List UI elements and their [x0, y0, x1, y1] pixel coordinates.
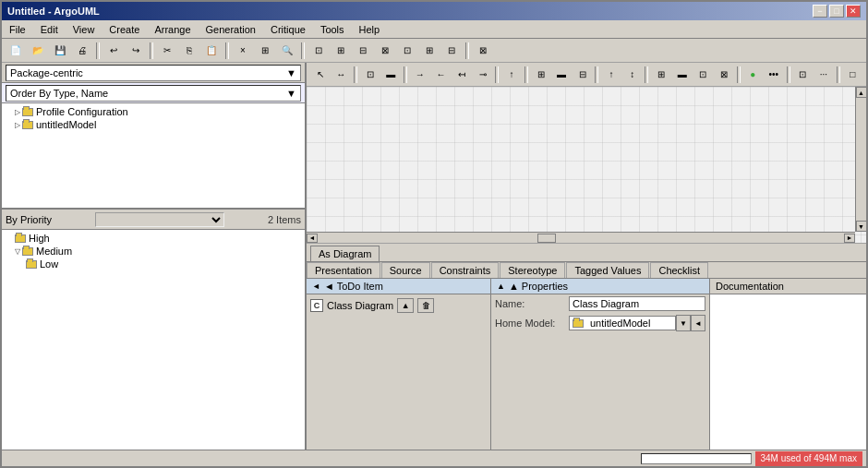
diag-b2[interactable]: ▬	[672, 66, 693, 84]
tab-source[interactable]: Source	[381, 262, 430, 278]
tab-presentation[interactable]: Presentation	[307, 262, 380, 278]
todo-item-high[interactable]: High	[4, 232, 303, 245]
scroll-left-arrow[interactable]: ◄	[307, 234, 318, 243]
class-diag-icon: C	[310, 299, 323, 312]
tb-diag8[interactable]: ⊠	[473, 42, 493, 60]
arr2[interactable]: ←	[431, 66, 452, 84]
rect-tool[interactable]: ⊡	[360, 66, 380, 84]
todo-tree[interactable]: High ▽ Medium Low	[2, 230, 305, 450]
tab-tool[interactable]: ↔	[332, 66, 352, 84]
todo-item-medium[interactable]: ▽ Medium	[4, 245, 303, 258]
diag-b4[interactable]: ⊠	[714, 66, 734, 84]
name-row: Name:	[491, 294, 709, 313]
right-panel: ↖ ↔ ⊡ ▬ → ← ↤ ⊸ ↑ ⊞ ▬ ⊟ ↑ ↕ ⊞	[307, 63, 866, 450]
save-button[interactable]: 💾	[50, 42, 70, 60]
home-model-navigate-btn[interactable]: ◄	[691, 315, 705, 331]
tab-checklist[interactable]: Checklist	[650, 262, 708, 278]
status-bar: 34M used of 494M max	[2, 450, 866, 466]
diag-v2[interactable]: ↕	[622, 66, 643, 84]
tb-diag2[interactable]: ⊞	[331, 42, 351, 60]
documentation-content[interactable]	[710, 294, 866, 450]
model-tree[interactable]: ▷ Profile Configuration ▷ untitledModel	[2, 103, 305, 210]
page-btn[interactable]: ⊡	[793, 66, 814, 84]
tb-diag7[interactable]: ⊟	[441, 42, 462, 60]
dot-btn[interactable]: •••	[764, 66, 784, 84]
tb-diag6[interactable]: ⊞	[419, 42, 440, 60]
tree-item-profile[interactable]: ▷ Profile Configuration	[4, 105, 303, 118]
remove-button[interactable]: ×	[233, 42, 253, 60]
todo-item-low[interactable]: Low	[4, 258, 303, 270]
todo-low-label: Low	[40, 258, 58, 270]
menu-arrange[interactable]: Arrange	[151, 23, 194, 36]
home-model-dropdown-btn[interactable]: ▼	[676, 315, 691, 331]
diag-align1[interactable]: ⊞	[531, 66, 551, 84]
as-diagram-tab[interactable]: As Diagram	[310, 246, 380, 261]
line-tool[interactable]: ▬	[381, 66, 402, 84]
select-tool[interactable]: ↖	[310, 66, 331, 84]
scroll-up-arrow[interactable]: ▲	[856, 87, 867, 98]
diagram-area[interactable]: ▲ ▼ ◄ ►	[307, 87, 866, 244]
square-btn[interactable]: □	[843, 66, 863, 84]
redo-button[interactable]: ↪	[126, 42, 146, 60]
diagram-scrollbar-vertical[interactable]: ▲ ▼	[855, 87, 866, 232]
minimize-button[interactable]: −	[813, 5, 827, 18]
arr1[interactable]: →	[410, 66, 430, 84]
menu-create[interactable]: Create	[105, 23, 143, 36]
sep11	[645, 66, 648, 83]
todo-panel-header: By Priority 2 Items	[2, 210, 305, 230]
scroll-down-arrow[interactable]: ▼	[856, 221, 867, 232]
tb-diag1[interactable]: ⊡	[308, 42, 329, 60]
paste-button[interactable]: 📋	[201, 42, 222, 60]
menu-help[interactable]: Help	[356, 23, 384, 36]
expand-icon2[interactable]: ▷	[15, 121, 20, 129]
arr4[interactable]: ⊸	[473, 66, 493, 84]
open-button[interactable]: 📂	[28, 42, 48, 60]
tab-constraints[interactable]: Constraints	[431, 262, 500, 278]
more-btn[interactable]: ···	[814, 66, 834, 84]
priority-select[interactable]	[95, 212, 224, 227]
maximize-button[interactable]: □	[829, 5, 844, 18]
arr3[interactable]: ↤	[452, 66, 472, 84]
name-label: Name:	[495, 298, 569, 309]
sep6	[354, 66, 357, 83]
copy-button[interactable]: ⎘	[179, 42, 199, 60]
note1[interactable]: ↑	[501, 66, 522, 84]
window-title: Untitled - ArgoUML	[7, 6, 100, 17]
color-btn[interactable]: ●	[743, 66, 764, 84]
cd-up-btn[interactable]: ▲	[397, 298, 414, 313]
package-centric-dropdown[interactable]: Package-centric ▼	[6, 65, 301, 81]
menu-view[interactable]: View	[69, 23, 99, 36]
tb-diag3[interactable]: ⊟	[353, 42, 373, 60]
properties-button[interactable]: ⊞	[255, 42, 275, 60]
cd-delete-btn[interactable]: 🗑	[417, 298, 434, 313]
tab-stereotype[interactable]: Stereotype	[500, 262, 565, 278]
diag-align3[interactable]: ⊟	[573, 66, 593, 84]
diagram-scrollbar-horizontal[interactable]: ◄ ►	[307, 232, 855, 243]
menu-critique[interactable]: Critique	[267, 23, 309, 36]
menu-edit[interactable]: Edit	[37, 23, 62, 36]
expand-icon[interactable]: ▷	[15, 108, 20, 116]
diag-b3[interactable]: ⊡	[693, 66, 713, 84]
menu-file[interactable]: File	[6, 23, 30, 36]
undo-button[interactable]: ↩	[103, 42, 124, 60]
close-button[interactable]: ✕	[846, 5, 861, 18]
expand-medium[interactable]: ▽	[15, 247, 20, 256]
tb-diag5[interactable]: ⊡	[397, 42, 417, 60]
scroll-right-arrow[interactable]: ►	[844, 234, 855, 243]
tab-tagged-values[interactable]: Tagged Values	[566, 262, 649, 278]
menu-generation[interactable]: Generation	[202, 23, 259, 36]
menu-tools[interactable]: Tools	[317, 23, 348, 36]
diag-b1[interactable]: ⊞	[651, 66, 671, 84]
scrollbar-thumb[interactable]	[537, 234, 556, 243]
tree-item-model[interactable]: ▷ untitledModel	[4, 118, 303, 131]
diag-v1[interactable]: ↑	[601, 66, 621, 84]
find-button[interactable]: 🔍	[277, 42, 297, 60]
new-button[interactable]: 📄	[6, 42, 26, 60]
print-button[interactable]: 🖨	[72, 42, 92, 60]
cut-button[interactable]: ✂	[157, 42, 177, 60]
tb-diag4[interactable]: ⊠	[375, 42, 395, 60]
diag-align2[interactable]: ▬	[551, 66, 572, 84]
progress-bar	[641, 453, 752, 464]
name-input[interactable]	[569, 296, 705, 311]
order-by-dropdown[interactable]: Order By Type, Name ▼	[6, 85, 301, 102]
